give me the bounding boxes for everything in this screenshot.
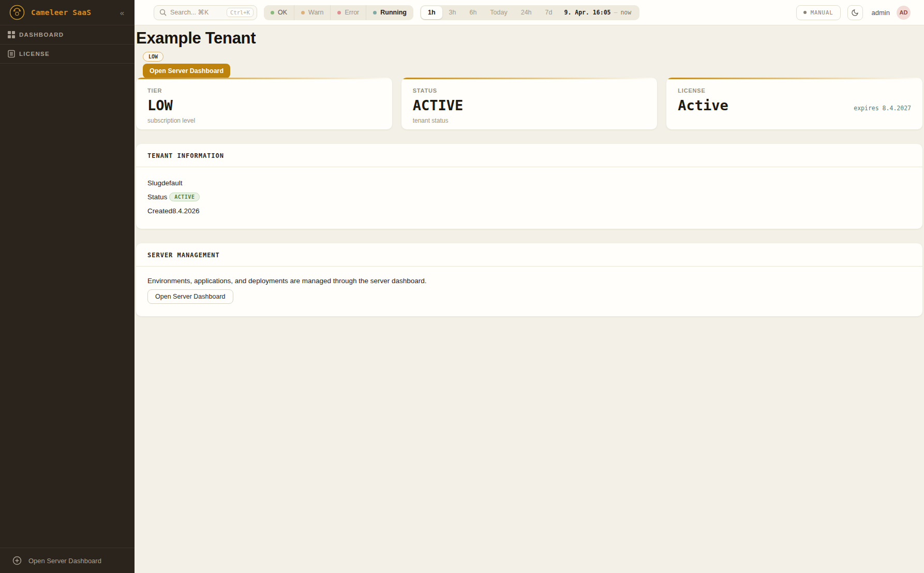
time-range-group: 1h 3h 6h Today 24h 7d 9. Apr. 16:05 — no… (420, 5, 639, 20)
topbar: Ctrl+K OK Warn Error Running (135, 0, 924, 25)
time-to: now (620, 9, 631, 16)
sidebar-collapse-button[interactable]: « (118, 7, 126, 18)
sidebar-item-label: DASHBOARD (19, 32, 64, 38)
sidebar-footer-label: Open Server Dashboard (28, 557, 101, 565)
search-shortcut-kbd: Ctrl+K (227, 8, 254, 17)
tenant-information-panel: TENANT INFORMATION Slugdefault Status AC… (136, 144, 922, 229)
page-content: Example Tenant LOW Open Server Dashboard… (135, 25, 924, 573)
tier-card: TIER LOW subscription level (136, 78, 392, 129)
filter-label: Error (345, 9, 359, 16)
server-management-panel: SERVER MANAGEMENT Environments, applicat… (136, 243, 922, 316)
warn-status-dot (301, 11, 305, 14)
refresh-mode-button[interactable]: MANUAL (796, 5, 841, 20)
panel-header: SERVER MANAGEMENT (136, 243, 922, 267)
time-separator: — (614, 9, 617, 16)
status-card: STATUS ACTIVE tenant status (401, 78, 658, 129)
license-expiry: expires 8.4.2027 (854, 105, 911, 112)
sidebar-item-label: LICENSE (19, 51, 50, 57)
panel-body: Slugdefault Status ACTIVE Created8.4.202… (136, 167, 922, 229)
info-value: 8.4.2026 (172, 207, 200, 215)
stat-card-value: ACTIVE (413, 97, 464, 113)
panel-title: TENANT INFORMATION (147, 152, 224, 159)
stat-card-label: TIER (147, 87, 381, 94)
search-icon (159, 9, 167, 16)
circle-plus-icon (12, 556, 22, 565)
main-area: Ctrl+K OK Warn Error Running (135, 0, 924, 573)
stat-card-value: LOW (147, 97, 173, 113)
search-input[interactable] (170, 9, 223, 16)
time-range-6h[interactable]: 6h (463, 6, 483, 19)
stat-card-sub: subscription level (147, 117, 381, 124)
info-value: default (161, 179, 183, 187)
ok-status-dot (271, 11, 274, 14)
page-title: Example Tenant (136, 29, 922, 48)
moon-icon (851, 9, 859, 17)
filter-error[interactable]: Error (331, 5, 366, 20)
search-box[interactable]: Ctrl+K (154, 5, 257, 20)
filter-label: Running (380, 9, 407, 16)
info-label: Status (147, 193, 167, 201)
sidebar-footer: Open Server Dashboard (0, 548, 135, 573)
sidebar-open-server-dashboard[interactable]: Open Server Dashboard (0, 548, 135, 573)
panel-body: Environments, applications, and deployme… (136, 267, 922, 316)
stat-card-value: Active (678, 97, 728, 113)
refresh-mode-dot (803, 11, 807, 14)
refresh-mode-label: MANUAL (811, 9, 833, 16)
info-row-status: Status ACTIVE (147, 192, 911, 202)
user-name: admin (872, 9, 890, 17)
open-server-dashboard-button[interactable]: Open Server Dashboard (143, 64, 230, 78)
avatar[interactable]: AD (897, 6, 911, 20)
brand-name: Cameleer SaaS (31, 8, 118, 17)
info-row-slug: Slugdefault (147, 178, 911, 188)
time-range-today[interactable]: Today (483, 6, 514, 19)
stat-card-label: LICENSE (678, 87, 911, 94)
time-range-display[interactable]: 9. Apr. 16:05 — now (559, 9, 638, 16)
stat-cards-row: TIER LOW subscription level STATUS ACTIV… (136, 78, 922, 129)
status-filter-group: OK Warn Error Running (264, 5, 413, 20)
filter-label: Warn (308, 9, 323, 16)
panel-header: TENANT INFORMATION (136, 144, 922, 167)
time-range-24h[interactable]: 24h (514, 6, 539, 19)
filter-warn[interactable]: Warn (294, 5, 331, 20)
filter-ok[interactable]: OK (264, 5, 294, 20)
info-label: Created (147, 207, 172, 215)
app-window: Cameleer SaaS « DASHBOARD (0, 0, 924, 573)
server-management-description: Environments, applications, and deployme… (147, 277, 911, 285)
time-range-1h[interactable]: 1h (421, 6, 442, 19)
time-range-7d[interactable]: 7d (539, 6, 559, 19)
sidebar-item-dashboard[interactable]: DASHBOARD (0, 25, 135, 45)
sidebar-nav: DASHBOARD LICENSE (0, 25, 135, 64)
info-row-created: Created8.4.2026 (147, 205, 911, 216)
filter-label: OK (278, 9, 287, 16)
error-status-dot (337, 11, 341, 14)
info-label: Slug (147, 179, 161, 187)
brand-logo-icon (9, 5, 25, 20)
sidebar: Cameleer SaaS « DASHBOARD (0, 0, 135, 573)
sidebar-item-license[interactable]: LICENSE (0, 45, 135, 64)
stat-card-sub: tenant status (413, 117, 646, 124)
license-card: LICENSE Active expires 8.4.2027 (666, 78, 922, 129)
tier-badge: LOW (143, 52, 163, 62)
panel-title: SERVER MANAGEMENT (147, 252, 220, 259)
stat-card-label: STATUS (413, 87, 646, 94)
dashboard-grid-icon (7, 31, 16, 39)
time-from: 9. Apr. 16:05 (564, 9, 610, 16)
open-server-dashboard-secondary-button[interactable]: Open Server Dashboard (147, 289, 233, 304)
theme-toggle-button[interactable] (847, 5, 863, 20)
sidebar-header: Cameleer SaaS « (0, 0, 135, 25)
filter-running[interactable]: Running (366, 5, 413, 20)
status-badge: ACTIVE (169, 193, 200, 201)
time-range-3h[interactable]: 3h (442, 6, 463, 19)
license-document-icon (7, 50, 16, 58)
running-status-dot (373, 11, 377, 14)
